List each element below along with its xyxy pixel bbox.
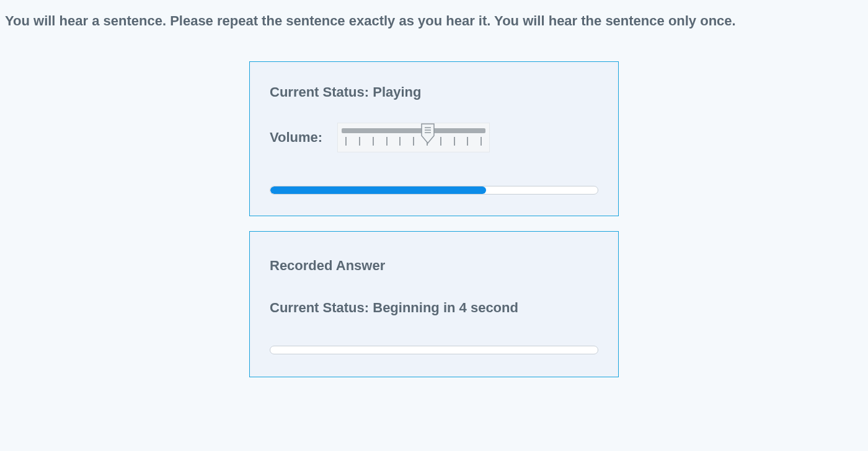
playback-status: Current Status: Playing — [270, 84, 598, 100]
recording-title: Recorded Answer — [270, 258, 598, 274]
panels-container: Current Status: Playing Volume: — [5, 61, 863, 377]
volume-label: Volume: — [270, 129, 322, 146]
playback-status-value: Playing — [373, 84, 421, 100]
recording-status-label: Current Status: — [270, 300, 373, 315]
volume-slider[interactable] — [337, 123, 490, 152]
recording-status-value: Beginning in 4 second — [373, 300, 518, 315]
recording-status: Current Status: Beginning in 4 second — [270, 300, 598, 316]
playback-progress[interactable] — [270, 186, 598, 195]
volume-slider-track — [342, 128, 485, 133]
playback-status-label: Current Status: — [270, 84, 373, 100]
playback-progress-fill — [270, 186, 486, 194]
playback-panel: Current Status: Playing Volume: — [249, 61, 619, 216]
volume-row: Volume: — [270, 123, 598, 152]
instructions-text: You will hear a sentence. Please repeat … — [5, 12, 863, 30]
recording-progress[interactable] — [270, 346, 598, 354]
volume-slider-ticks — [345, 137, 482, 146]
recording-panel: Recorded Answer Current Status: Beginnin… — [249, 231, 619, 377]
